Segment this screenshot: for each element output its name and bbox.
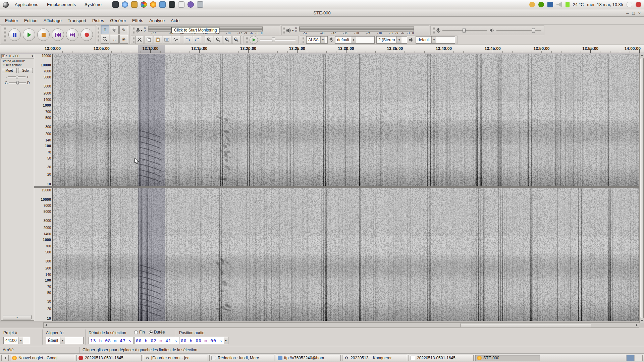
mail-launcher-icon[interactable] — [159, 1, 166, 8]
scroll-left-arrow[interactable] — [44, 323, 48, 327]
toolbar-grabber[interactable] — [433, 27, 435, 34]
weather-indicator[interactable]: 24 °C — [573, 2, 584, 7]
selection-end-radio[interactable] — [134, 330, 138, 334]
clock[interactable]: mer. 18 mai, 10:35 — [587, 2, 623, 7]
input-volume-slider[interactable] — [442, 27, 488, 34]
battery-icon[interactable] — [566, 2, 570, 7]
files-launcher-icon[interactable] — [131, 1, 138, 8]
taskbar-item-image[interactable]: 20220513-0501-1645 ... — [76, 355, 142, 361]
horizontal-scrollbar[interactable] — [43, 322, 639, 328]
menu-affichage[interactable]: Affichage — [41, 17, 65, 24]
taskbar-item-compose[interactable]: Rédaction : lundi, Merc... — [209, 355, 274, 361]
taskbar-item-document[interactable]: 20220513-0501-1645 ... — [409, 355, 474, 361]
copy-button[interactable] — [145, 36, 153, 44]
play-at-speed-button[interactable] — [250, 36, 258, 44]
vertical-scroll-thumb[interactable] — [640, 58, 644, 318]
mute-button[interactable]: Muet — [2, 68, 17, 73]
trim-audio-button[interactable] — [163, 36, 171, 44]
multi-tool-button[interactable]: ✳ — [119, 35, 128, 44]
vertical-scrollbar[interactable] — [639, 53, 644, 323]
playback-meter-toolbar[interactable]: ▾ G D -57-48-42-36-30-24-18-12-9-6-30 — [281, 25, 429, 35]
silence-audio-button[interactable] — [172, 36, 180, 44]
menu-effets[interactable]: Effets — [129, 17, 146, 24]
menu-edition[interactable]: Edition — [21, 17, 41, 24]
solo-button[interactable]: Solo — [18, 68, 33, 73]
terminal-launcher-icon[interactable] — [169, 1, 175, 8]
firefox-launcher-icon[interactable] — [150, 1, 156, 8]
menu-fichier[interactable]: Fichier — [2, 17, 21, 24]
record-button[interactable] — [80, 28, 93, 41]
redo-button[interactable] — [193, 36, 201, 44]
fit-project-button[interactable] — [232, 36, 240, 44]
selection-start-field[interactable]: 13 h 08 m 47 s ▾ — [89, 337, 138, 344]
pause-button[interactable] — [8, 28, 21, 41]
playback-speed-slider[interactable] — [259, 37, 296, 43]
scroll-down-arrow[interactable] — [640, 318, 644, 323]
workspace-1[interactable] — [627, 355, 634, 361]
show-desktop-button[interactable] — [1, 355, 9, 361]
recording-channels-select[interactable]: 2 (Stereo ▾ — [376, 36, 407, 44]
window-titlebar[interactable]: STE-000 – □ × — [0, 9, 644, 17]
close-button[interactable]: × — [638, 11, 641, 16]
stop-button[interactable] — [37, 28, 50, 41]
pan-slider[interactable] — [9, 81, 26, 85]
taskbar-item-audacity[interactable]: STE-000 — [475, 355, 540, 361]
menu-pistes[interactable]: Pistes — [89, 17, 107, 24]
frequency-ruler-left-channel[interactable]: 1900010000700050003000200014001000700500… — [34, 54, 53, 186]
horizontal-scroll-thumb[interactable] — [461, 323, 592, 327]
timeshift-tool-button[interactable]: ↔ — [110, 35, 119, 44]
selection-duration-radio[interactable] — [149, 330, 153, 334]
track-menu-dropdown-icon[interactable]: ▾ — [32, 54, 33, 58]
playback-device-select[interactable]: default ▾ — [416, 36, 455, 44]
spectrogram-left-channel[interactable] — [53, 54, 639, 186]
workspace-2[interactable] — [635, 355, 642, 361]
places-menu[interactable]: Emplacements — [44, 1, 78, 8]
selection-duration-radio-label[interactable]: Durée — [154, 330, 165, 335]
recording-device-select[interactable]: default ▾ — [335, 36, 375, 44]
track-close-button[interactable]: × — [1, 54, 5, 58]
undo-button[interactable] — [184, 36, 192, 44]
snap-to-select[interactable]: Éteint ▾ — [46, 337, 84, 344]
scroll-right-arrow[interactable] — [634, 323, 639, 327]
workspace-switcher[interactable] — [626, 355, 643, 361]
project-rate-select[interactable]: 44100 ▾ — [3, 337, 30, 344]
zoom-out-button[interactable] — [214, 36, 222, 44]
volume-icon[interactable] — [556, 2, 562, 7]
host-select[interactable]: ALSA ▾ — [306, 36, 328, 44]
audio-position-field[interactable]: 00 h 00 m 00 s ▾ — [179, 337, 228, 344]
frequency-ruler-right-channel[interactable]: 1900010000700050003000200014001000700500… — [34, 188, 53, 321]
track-name[interactable]: STE-000 — [6, 54, 31, 58]
recording-meter-toolbar[interactable]: ▾ G D -57-48-42-36-30-24-18-12-9-6-30 Cl… — [131, 25, 280, 35]
draw-tool-button[interactable]: ✎ — [119, 25, 128, 34]
menu-transport[interactable]: Transport — [65, 17, 89, 24]
fit-selection-button[interactable] — [223, 36, 231, 44]
zoom-in-button[interactable] — [205, 36, 213, 44]
applications-menu[interactable]: Applications — [12, 1, 41, 8]
editor-launcher-icon[interactable] — [178, 1, 184, 8]
taskbar-item-browser[interactable]: Nouvel onglet - Googl... — [10, 355, 75, 361]
taskbar-item-ftp[interactable]: ftp://u76052240@hom... — [276, 355, 341, 361]
meter-dropdown-icon[interactable]: ▾ — [141, 29, 143, 32]
browser-launcher-icon[interactable] — [122, 1, 128, 8]
skip-to-end-button[interactable] — [66, 28, 78, 41]
menu-analyse[interactable]: Analyse — [146, 17, 168, 24]
minimize-button[interactable]: – — [626, 11, 629, 16]
system-menu[interactable]: Système — [82, 1, 104, 8]
toolbar-grabber[interactable] — [133, 27, 135, 34]
zoom-tool-button[interactable] — [101, 35, 109, 44]
skip-to-start-button[interactable] — [52, 28, 64, 41]
output-volume-slider[interactable] — [496, 27, 542, 34]
taskbar-item-mail[interactable]: ✉ [Courrier entrant - jea... — [143, 355, 208, 361]
scroll-up-arrow[interactable] — [640, 53, 644, 58]
envelope-tool-button[interactable] — [110, 25, 119, 34]
screenshot-launcher-icon[interactable] — [112, 1, 119, 8]
menu-aide[interactable]: Aide — [168, 17, 182, 24]
calc-launcher-icon[interactable] — [197, 1, 203, 8]
toolbar-grabber[interactable] — [303, 37, 304, 43]
chromium-launcher-icon[interactable] — [141, 1, 147, 8]
meter-dropdown-icon[interactable]: ▾ — [292, 29, 294, 32]
maximize-button[interactable]: □ — [632, 11, 635, 16]
menu-generer[interactable]: Générer — [107, 17, 129, 24]
taskbar-item-konqueror[interactable]: ⚙ 20220513 – Konqueror — [342, 355, 407, 361]
spectrogram-right-channel[interactable] — [53, 188, 639, 321]
